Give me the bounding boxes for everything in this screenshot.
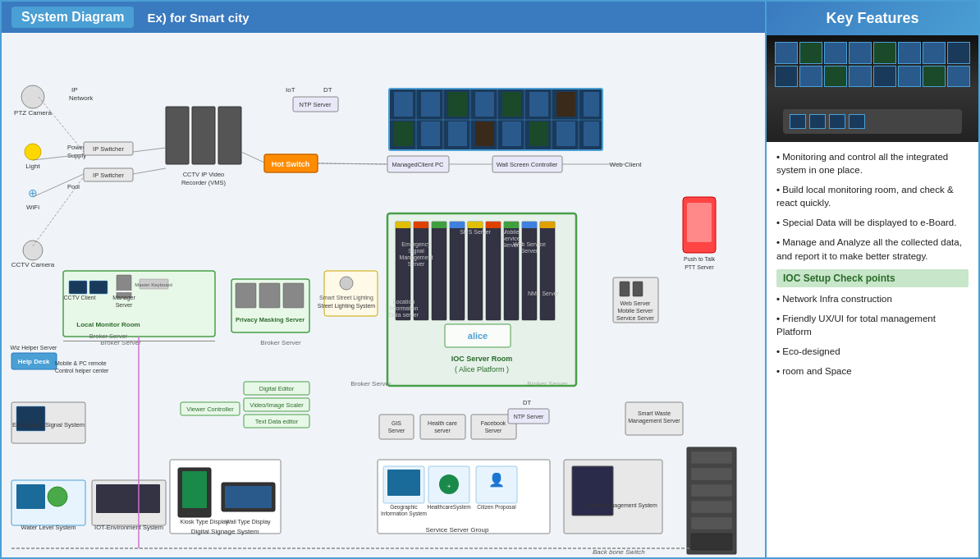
svg-text:Web Server: Web Server	[621, 300, 651, 306]
screen-cell	[898, 66, 921, 88]
svg-text:Text Data editor: Text Data editor	[255, 418, 299, 425]
svg-text:Digital Editor: Digital Editor	[259, 385, 295, 392]
screen-cell	[898, 42, 921, 64]
svg-rect-108	[486, 222, 501, 320]
svg-rect-120	[540, 222, 555, 228]
svg-rect-67	[687, 203, 712, 242]
svg-text:Back bone Switch: Back bone Switch	[593, 548, 645, 556]
svg-rect-206	[691, 501, 732, 513]
svg-text:IOT-Environment System: IOT-Environment System	[94, 524, 163, 531]
svg-text:CCTV Client: CCTV Client	[64, 295, 96, 300]
svg-text:Hot Switch: Hot Switch	[272, 160, 310, 168]
svg-rect-58	[502, 92, 521, 117]
svg-text:Kiosk Type Display: Kiosk Type Display	[180, 519, 229, 525]
svg-rect-20	[218, 107, 241, 164]
diagram-area: System Diagram Ex) for Smart city PTZ Ca…	[2, 2, 765, 557]
desk-monitor	[809, 114, 826, 129]
svg-text:Web Service: Web Service	[513, 241, 546, 247]
svg-text:server: server	[434, 428, 451, 433]
svg-rect-59	[502, 121, 521, 146]
desk-area	[783, 109, 962, 134]
svg-rect-54	[448, 92, 467, 117]
svg-rect-207	[691, 517, 732, 529]
ioc-item-3: Eco-designed	[776, 345, 969, 358]
svg-text:Power: Power	[67, 144, 85, 151]
svg-text:Mobile: Mobile	[502, 229, 520, 235]
svg-text:Smart Waste: Smart Waste	[638, 410, 671, 416]
svg-text:Broker Server: Broker Server	[89, 332, 128, 340]
feature-item-4: Manage and Analyze all the collected dat…	[776, 236, 969, 262]
svg-text:CCTV IP Video: CCTV IP Video	[183, 171, 225, 178]
screen-cell	[799, 42, 822, 64]
svg-text:Data server: Data server	[389, 312, 419, 318]
svg-text:Manager: Manager	[112, 295, 135, 301]
svg-rect-85	[236, 283, 256, 308]
svg-text:Service Server: Service Server	[616, 315, 655, 321]
svg-text:Signal: Signal	[408, 248, 424, 254]
svg-text:Location: Location	[393, 299, 415, 305]
screen-cell	[923, 42, 946, 64]
svg-text:Emergency Signal System: Emergency Signal System	[12, 421, 85, 428]
svg-text:Facebook: Facebook	[481, 420, 506, 426]
svg-text:ManagedClient PC: ManagedClient PC	[392, 161, 445, 168]
svg-text:Web Client: Web Client	[610, 161, 643, 168]
svg-rect-113	[414, 222, 428, 228]
key-features-header: Key Features	[767, 2, 978, 35]
svg-text:Digital Signage System: Digital Signage System	[191, 528, 259, 535]
svg-text:Network: Network	[69, 94, 94, 102]
svg-text:Wiz Helper Server: Wiz Helper Server	[11, 345, 57, 351]
ioc-item-4: room and Space	[776, 364, 969, 378]
svg-rect-141	[633, 282, 643, 296]
svg-rect-200	[572, 466, 613, 515]
svg-rect-175	[225, 486, 272, 508]
svg-text:Master Keyboard: Master Keyboard	[135, 282, 172, 287]
svg-rect-173	[182, 471, 207, 508]
svg-rect-118	[504, 222, 519, 228]
svg-rect-50	[394, 92, 413, 117]
screen-cell	[849, 66, 872, 88]
svg-point-5	[25, 144, 41, 160]
svg-text:Smart Street Lighting: Smart Street Lighting	[319, 295, 373, 301]
svg-text:PTT Server: PTT Server	[685, 264, 714, 270]
svg-rect-51	[394, 121, 413, 146]
screen-cell	[923, 66, 946, 88]
svg-text:Control helper center: Control helper center	[55, 368, 109, 374]
desk-monitor	[790, 114, 806, 129]
svg-rect-80	[69, 281, 87, 294]
diagram-header: System Diagram Ex) for Smart city	[2, 2, 765, 33]
feature-item-1: Monitoring and control all the integrate…	[776, 150, 969, 176]
svg-rect-19	[192, 107, 215, 164]
svg-rect-106	[450, 222, 465, 320]
svg-rect-156	[379, 415, 414, 439]
svg-text:Broker Server: Broker Server	[100, 339, 141, 346]
svg-point-1	[21, 85, 44, 108]
control-room-image	[767, 35, 978, 142]
svg-rect-86	[259, 283, 280, 308]
svg-text:Broker Server: Broker Server	[260, 339, 301, 346]
svg-text:Light: Light	[25, 163, 40, 170]
svg-text:Waste Management System: Waste Management System	[585, 502, 657, 509]
svg-point-181	[48, 487, 67, 506]
svg-rect-64	[584, 92, 599, 117]
svg-text:▬▬▬: ▬▬▬	[116, 287, 132, 293]
svg-text:Help Desk: Help Desk	[18, 358, 50, 365]
svg-text:SMS Server: SMS Server	[460, 229, 491, 235]
svg-text:alice: alice	[468, 331, 488, 341]
svg-rect-89	[324, 271, 378, 316]
svg-rect-140	[620, 282, 630, 296]
diagram-title: System Diagram	[11, 7, 134, 28]
svg-point-16	[23, 241, 43, 260]
svg-text:NTP Server: NTP Server	[299, 101, 332, 108]
svg-text:Server: Server	[116, 302, 133, 308]
screen-cell	[775, 42, 798, 64]
svg-rect-119	[522, 222, 537, 228]
screen-cell	[873, 66, 896, 88]
svg-text:Privacy Masking Server: Privacy Masking Server	[236, 316, 305, 323]
svg-rect-53	[421, 121, 440, 146]
svg-text:Wall Type Display: Wall Type Display	[225, 519, 271, 525]
svg-text:IP Switcher: IP Switcher	[93, 172, 124, 179]
svg-rect-184	[96, 484, 160, 513]
svg-text:Recorder (VMS): Recorder (VMS)	[181, 179, 227, 186]
svg-text:Mobile Server: Mobile Server	[617, 308, 653, 314]
right-panel: Key Features	[765, 2, 978, 557]
